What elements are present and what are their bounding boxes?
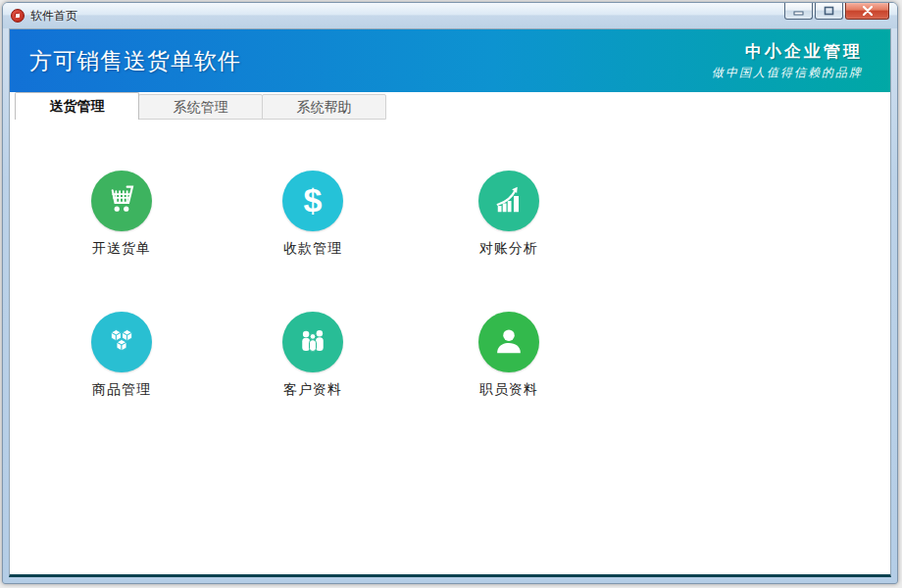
minimize-button[interactable] <box>784 3 813 20</box>
client-area: 方可销售送货单软件 中小企业管理 做中国人值得信赖的品牌 送货管理 系统管理 系… <box>9 28 891 577</box>
maximize-icon <box>824 6 834 16</box>
module-reconciliation-analysis[interactable]: 对账分析 <box>455 171 563 258</box>
tab-bar: 送货管理 系统管理 系统帮助 <box>10 92 890 120</box>
app-title: 方可销售送货单软件 <box>29 46 241 76</box>
window-controls <box>782 3 889 20</box>
cart-icon <box>91 171 152 231</box>
close-button[interactable] <box>845 3 889 20</box>
app-logo-icon <box>11 9 25 23</box>
launcher-panel: 开送货单 $ 收款管理 <box>10 120 890 574</box>
module-label: 开送货单 <box>68 240 175 258</box>
module-label: 客户资料 <box>259 381 367 399</box>
module-create-delivery-note[interactable]: 开送货单 <box>68 171 175 258</box>
module-product-management[interactable]: 商品管理 <box>68 312 175 399</box>
title-bar[interactable]: 软件首页 <box>3 3 897 28</box>
module-label: 收款管理 <box>259 240 367 258</box>
module-payment-management[interactable]: $ 收款管理 <box>259 171 367 258</box>
module-label: 对账分析 <box>455 240 563 258</box>
tab-system-help[interactable]: 系统帮助 <box>262 94 386 120</box>
tab-delivery-management[interactable]: 送货管理 <box>15 92 139 120</box>
close-icon <box>863 6 873 16</box>
cubes-icon <box>91 312 152 372</box>
app-window: 软件首页 方可销售送货单软件 中小企业管理 做中国人值得信赖的品牌 送货管理 系… <box>2 2 898 584</box>
module-label: 职员资料 <box>455 381 563 399</box>
brand-slogan: 做中国人值得信赖的品牌 <box>712 66 863 80</box>
tab-system-management[interactable]: 系统管理 <box>138 94 263 120</box>
people-icon <box>282 312 343 372</box>
brand-block: 中小企业管理 做中国人值得信赖的品牌 <box>712 41 863 79</box>
dollar-icon: $ <box>282 171 343 231</box>
module-staff-records[interactable]: 职员资料 <box>455 312 563 399</box>
minimize-icon <box>793 7 804 16</box>
person-icon <box>478 312 539 372</box>
app-header: 方可销售送货单软件 中小企业管理 做中国人值得信赖的品牌 <box>10 29 890 92</box>
window-title: 软件首页 <box>30 8 77 24</box>
module-customer-records[interactable]: 客户资料 <box>259 312 367 399</box>
maximize-button[interactable] <box>815 3 843 20</box>
brand-text: 中小企业管理 <box>712 41 863 62</box>
chart-icon <box>478 171 539 231</box>
module-label: 商品管理 <box>68 381 175 399</box>
